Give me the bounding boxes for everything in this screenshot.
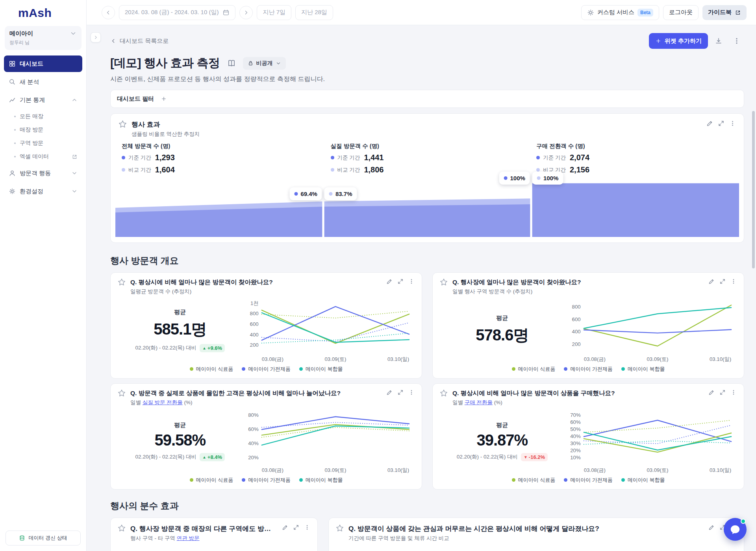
line-chart: 80060040020003.08(금)03.09(토)03.10(일) <box>565 297 737 364</box>
sidebar-collapse-button[interactable] <box>91 32 101 43</box>
page-actions: 위젯 추가하기 <box>649 33 744 49</box>
widget-menu-button[interactable] <box>408 278 415 285</box>
favorite-star-button[interactable] <box>119 120 127 128</box>
metric-link[interactable]: 실질 방문 전환율 <box>143 399 183 405</box>
calendar-icon <box>222 9 230 16</box>
svg-text:03.09(토): 03.09(토) <box>324 467 346 473</box>
edit-widget-button[interactable] <box>386 389 393 396</box>
person-icon <box>9 170 16 177</box>
base-period-dot <box>122 156 125 159</box>
sidebar-subitem-store-visits[interactable]: 매장 방문 <box>4 123 82 137</box>
sidebar-item-basic-stats[interactable]: 기본 통계 <box>4 92 82 108</box>
delta-badge: ▼-16.2% <box>521 453 548 461</box>
svg-text:40%: 40% <box>570 433 581 439</box>
add-widget-button[interactable]: 위젯 추가하기 <box>649 33 708 49</box>
expand-icon <box>719 389 726 396</box>
svg-text:03.10(일): 03.10(일) <box>387 467 409 473</box>
favorite-star-button[interactable] <box>118 389 126 397</box>
favorite-star-button[interactable] <box>336 524 344 532</box>
guidebook-button[interactable]: 가이드북 <box>702 5 747 20</box>
custom-service-toggle[interactable]: 커스텀 서비스 Beta <box>581 5 659 20</box>
app-root: mAsh 메이아이 정두리 님 대시보드 새 분석 기본 통계 <box>0 0 756 551</box>
question-card: Q. 행사장 방문객 중 매장의 다른 구역에도 방문한 고객은 얼마나 ...… <box>110 518 318 551</box>
external-link-icon <box>72 154 78 160</box>
sidebar-subitem-excel-data[interactable]: 엑셀 데이터 <box>4 150 82 163</box>
expand-widget-button[interactable] <box>719 278 726 285</box>
legend-item: 메이아이 가전제품 <box>242 366 291 373</box>
metric-link[interactable]: 구매 전환율 <box>465 399 493 405</box>
logout-button[interactable]: 로그아웃 <box>663 5 699 20</box>
visibility-dropdown[interactable]: 비공개 <box>243 57 286 70</box>
expand-widget-button[interactable] <box>397 389 404 396</box>
base-period-dot <box>536 156 540 159</box>
legend-item: 메이아이 복합몰 <box>299 366 343 373</box>
widget-menu-button[interactable] <box>408 389 415 396</box>
chevron-right-icon <box>243 9 249 16</box>
widget-menu-button[interactable] <box>730 278 737 285</box>
prev-period-button[interactable] <box>102 6 115 19</box>
legend-dot <box>242 478 245 482</box>
scrollbar-thumb[interactable] <box>752 111 755 268</box>
download-button[interactable] <box>711 33 726 48</box>
external-link-icon <box>735 9 741 16</box>
card-actions <box>706 120 736 127</box>
metric-link[interactable]: 연관 방문 <box>177 535 200 541</box>
legend-dot <box>299 478 303 482</box>
sidebar-item-visitor-behavior[interactable]: 방문객 행동 <box>4 165 82 181</box>
next-period-button[interactable] <box>239 6 253 19</box>
beta-badge: Beta <box>637 9 653 17</box>
sidebar-item-settings[interactable]: 환경설정 <box>4 183 82 200</box>
compare-period-dot <box>537 176 541 180</box>
line-chart-icon <box>9 96 16 104</box>
page-menu-button[interactable] <box>729 33 744 48</box>
org-selector[interactable]: 메이아이 정두리 님 <box>5 26 82 50</box>
legend-item: 메이아이 식료품 <box>190 366 233 373</box>
date-range-picker[interactable]: 2024. 03. 08 (금) - 2024. 03. 10 (일) <box>119 5 235 20</box>
legend-item: 메이아이 가전제품 <box>242 477 291 484</box>
edit-widget-button[interactable] <box>282 524 288 531</box>
pencil-icon <box>386 278 393 285</box>
legend-dot <box>621 367 625 371</box>
kebab-menu-icon <box>730 389 737 396</box>
data-refresh-button[interactable]: 데이터 갱신 상태 <box>6 531 81 545</box>
dashboard-info-button[interactable] <box>226 57 237 69</box>
edit-widget-button[interactable] <box>708 389 715 396</box>
sidebar-item-new-analysis[interactable]: 새 분석 <box>4 74 82 90</box>
funnel-area-svg <box>115 179 739 237</box>
question-card-grid: Q. 평상시에 비해 얼마나 많은 방문객이 찾아왔나요? 일평균 방문객 수 … <box>110 272 744 490</box>
sun-icon <box>587 9 594 16</box>
widget-menu-button[interactable] <box>730 389 737 396</box>
favorite-star-button[interactable] <box>118 278 126 286</box>
add-filter-button[interactable] <box>159 94 169 104</box>
chat-widget-button[interactable] <box>724 518 747 541</box>
chevron-left-icon <box>110 38 117 44</box>
last-28-days-button[interactable]: 지난 28일 <box>295 5 333 20</box>
funnel-ratio-badges: 100% 100% <box>499 172 563 185</box>
svg-text:40%: 40% <box>248 440 259 446</box>
widget-menu-button[interactable] <box>729 120 736 127</box>
expand-widget-button[interactable] <box>293 524 299 531</box>
sidebar-item-dashboard[interactable]: 대시보드 <box>4 55 82 72</box>
svg-text:20%: 20% <box>248 455 259 460</box>
edit-widget-button[interactable] <box>386 278 393 285</box>
svg-text:03.08(금): 03.08(금) <box>584 467 605 473</box>
expand-widget-button[interactable] <box>719 389 726 396</box>
edit-widget-button[interactable] <box>708 278 715 285</box>
back-to-dashboard-list-link[interactable]: 대시보드 목록으로 <box>110 37 169 45</box>
svg-text:60%: 60% <box>248 426 259 432</box>
legend-item: 메이아이 복합몰 <box>621 477 665 484</box>
last-7-days-button[interactable]: 지난 7일 <box>257 5 291 20</box>
edit-widget-button[interactable] <box>706 120 713 127</box>
sidebar-subitem-all-stores[interactable]: 모든 매장 <box>4 110 82 123</box>
widget-menu-button[interactable] <box>304 524 310 531</box>
sidebar-subitem-zone-visits[interactable]: 구역 방문 <box>4 137 82 150</box>
favorite-star-button[interactable] <box>440 389 448 397</box>
plus-icon <box>161 96 167 102</box>
edit-widget-button[interactable] <box>708 524 715 531</box>
favorite-star-button[interactable] <box>440 278 448 286</box>
legend-item: 메이아이 가전제품 <box>564 366 613 373</box>
expand-widget-button[interactable] <box>718 120 724 127</box>
chevron-left-icon <box>105 9 111 16</box>
favorite-star-button[interactable] <box>118 524 126 532</box>
expand-widget-button[interactable] <box>397 278 404 285</box>
